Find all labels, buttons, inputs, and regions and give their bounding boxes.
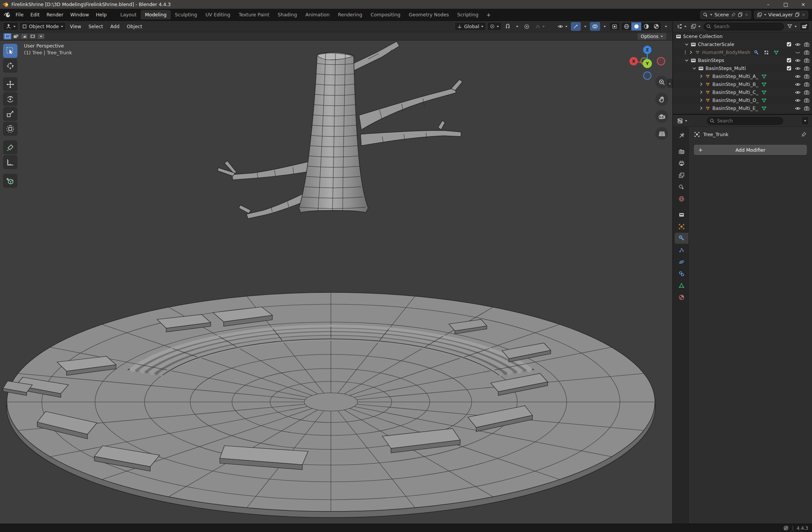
outliner-row-basinsteps[interactable]: BasinSteps — [673, 56, 812, 64]
visibility-dropdown[interactable] — [555, 22, 570, 31]
chevron-down-icon[interactable] — [685, 58, 689, 62]
outliner-row-basinsteps-multi[interactable]: BasinSteps_Multi — [673, 64, 812, 72]
chevron-down-icon[interactable] — [685, 42, 689, 46]
outliner-search-input[interactable] — [704, 23, 784, 30]
eye-closed-icon[interactable] — [795, 50, 801, 55]
pivot-point[interactable] — [487, 22, 502, 31]
shading-rendered-button[interactable] — [651, 22, 661, 30]
outliner-row-basinstep-e[interactable]: BasinStep_Multi_E_ — [673, 104, 812, 112]
chevron-right-icon[interactable] — [699, 74, 703, 78]
tool-rotate[interactable] — [3, 92, 17, 106]
menu-add[interactable]: Add — [107, 24, 122, 29]
tab-output[interactable] — [675, 158, 688, 169]
properties-options-button[interactable] — [801, 116, 809, 125]
outliner-display-mode[interactable] — [675, 22, 688, 31]
tab-texture-paint[interactable]: Texture Paint — [234, 10, 273, 19]
exclude-checkbox[interactable] — [787, 58, 791, 63]
disable-render-camera-icon[interactable] — [804, 66, 809, 71]
add-workspace-button[interactable]: + — [483, 11, 495, 19]
outliner-row-characterscale[interactable]: CharacterScale — [673, 40, 812, 48]
menu-window[interactable]: Window — [67, 11, 92, 19]
outliner-row-basinstep-b[interactable]: BasinStep_Multi_B_ — [673, 80, 812, 88]
axis-x-positive[interactable]: X — [629, 57, 638, 65]
overlays-settings[interactable] — [601, 22, 608, 31]
exclude-checkbox[interactable] — [787, 66, 791, 71]
editor-type-button[interactable] — [3, 22, 18, 31]
disable-render-camera-icon[interactable] — [804, 106, 809, 111]
pin-icon[interactable] — [801, 132, 807, 137]
properties-editor-type[interactable] — [676, 116, 688, 125]
tab-modifiers[interactable] — [675, 233, 688, 244]
menu-select[interactable]: Select — [85, 24, 106, 29]
disable-render-camera-icon[interactable] — [804, 42, 809, 47]
tool-annotate[interactable] — [3, 140, 17, 154]
select-mode-new[interactable] — [3, 33, 12, 40]
hide-eye-icon[interactable] — [795, 66, 801, 71]
tree-mesh[interactable] — [218, 41, 462, 219]
hide-eye-icon[interactable] — [795, 98, 801, 103]
tab-geometry-nodes[interactable]: Geometry Nodes — [405, 10, 453, 19]
tool-cursor[interactable] — [3, 59, 17, 73]
disable-render-camera-icon[interactable] — [804, 90, 809, 95]
tab-shading[interactable]: Shading — [273, 10, 301, 19]
disable-render-camera-icon[interactable] — [804, 50, 809, 55]
chevron-right-icon[interactable] — [699, 82, 703, 86]
gizmos-toggle[interactable] — [571, 22, 581, 31]
mode-selector[interactable]: Object Mode — [19, 22, 66, 31]
tab-object-data[interactable] — [675, 280, 688, 291]
sidebar-toggle[interactable]: ‹ — [667, 79, 672, 88]
hide-eye-icon[interactable] — [795, 90, 801, 95]
tab-scene[interactable] — [675, 181, 688, 192]
platform-mesh[interactable] — [3, 292, 655, 518]
proportional-editing-toggle[interactable] — [522, 22, 532, 31]
chevron-right-icon[interactable] — [699, 90, 703, 94]
menu-file[interactable]: File — [12, 11, 27, 19]
tab-modeling[interactable]: Modeling — [141, 10, 171, 19]
tool-transform[interactable] — [3, 122, 17, 136]
hide-eye-icon[interactable] — [795, 106, 801, 111]
pan-hand-button[interactable] — [655, 93, 668, 106]
disable-render-camera-icon[interactable] — [804, 74, 809, 79]
3d-viewport[interactable]: User Perspective (1) Tree | Tree_Trunk Z… — [0, 41, 672, 524]
chevron-down-icon[interactable] — [692, 66, 696, 70]
tab-compositing[interactable]: Compositing — [366, 10, 404, 19]
tab-constraints[interactable] — [675, 268, 688, 279]
menu-help[interactable]: Help — [92, 11, 110, 19]
outliner-row-basinstep-d[interactable]: BasinStep_Multi_D_ — [673, 96, 812, 104]
menu-object[interactable]: Object — [124, 24, 145, 29]
tool-move[interactable] — [3, 77, 17, 91]
scene-selector[interactable]: Scene × — [700, 11, 751, 19]
tab-sculpting[interactable]: Sculpting — [171, 10, 201, 19]
axis-y-positive[interactable]: Y — [643, 59, 652, 68]
tab-physics[interactable] — [675, 256, 688, 267]
options-dropdown[interactable]: Options — [637, 33, 666, 40]
menu-edit[interactable]: Edit — [27, 11, 43, 19]
outliner-filter-collection[interactable] — [690, 22, 702, 31]
shading-wireframe-button[interactable] — [621, 22, 631, 30]
outliner-row-humanm-bodymesh[interactable]: HumanM_BodyMesh — [673, 48, 812, 56]
hide-eye-icon[interactable] — [795, 82, 801, 87]
chevron-right-icon[interactable] — [689, 50, 693, 54]
hide-eye-icon[interactable] — [795, 42, 801, 47]
tool-add-cube[interactable] — [3, 174, 17, 188]
outliner-row-basinstep-a[interactable]: BasinStep_Multi_A_ — [673, 72, 812, 80]
tab-uv-editing[interactable]: UV Editing — [201, 10, 234, 19]
select-mode-extend[interactable] — [12, 33, 20, 40]
tool-measure[interactable] — [3, 155, 17, 169]
proportional-falloff[interactable] — [533, 22, 547, 31]
axis-z-positive[interactable]: Z — [643, 46, 652, 54]
shading-settings[interactable] — [663, 22, 669, 31]
minimize-button[interactable]: – — [760, 0, 777, 9]
tab-view-layer[interactable] — [675, 170, 688, 181]
tab-material[interactable] — [675, 292, 688, 303]
outliner-filter-button[interactable] — [786, 22, 798, 31]
maximize-button[interactable]: □ — [777, 0, 795, 9]
shading-solid-button[interactable] — [631, 22, 641, 30]
transform-orientation[interactable]: Global — [454, 22, 486, 31]
add-modifier-button[interactable]: + Add Modifier — [694, 145, 807, 155]
zoom-button[interactable] — [655, 76, 668, 89]
hide-eye-icon[interactable] — [795, 58, 801, 63]
tool-scale[interactable] — [3, 107, 17, 121]
shading-material-button[interactable] — [641, 22, 651, 30]
exclude-checkbox[interactable] — [787, 42, 791, 47]
